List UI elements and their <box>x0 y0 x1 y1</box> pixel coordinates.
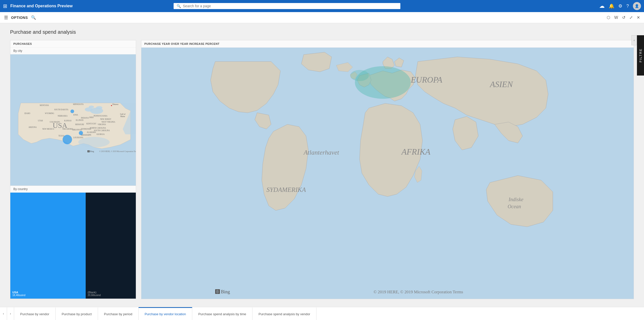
main-content: Purchase and spend analysis PURCHASES By… <box>0 23 644 307</box>
svg-point-42 <box>71 110 74 113</box>
tab-purchase-spend-analysis-by-vendor[interactable]: Purchase spend analysis by vendor <box>252 307 316 320</box>
svg-text:LOUISIANA: LOUISIANA <box>73 137 83 139</box>
cloud-icon: ☁ <box>599 3 605 9</box>
svg-point-49 <box>350 70 369 81</box>
tab-purchase-by-vendor-location[interactable]: Purchase by vendor location <box>139 307 192 320</box>
svg-text:Atlanterhavet: Atlanterhavet <box>303 149 339 156</box>
svg-text:INDIANA: INDIANA <box>81 117 89 119</box>
svg-text:MISSOURI: MISSOURI <box>75 124 84 126</box>
top-navigation: ⊞ Finance and Operations Preview 🔍 ☁ 🔔 ⚙… <box>0 0 644 12</box>
svg-text:ASIEN: ASIEN <box>490 80 513 89</box>
svg-point-39 <box>111 105 112 106</box>
bottom-tabs: ‹ › Purchase by vendor Purchase by produ… <box>0 307 644 320</box>
svg-point-43 <box>79 131 83 135</box>
page-title: Purchase and spend analysis <box>10 29 634 35</box>
svg-text:NORTH CAROLINA: NORTH CAROLINA <box>90 127 106 129</box>
svg-text:MISSISSIPPI: MISSISSIPPI <box>81 134 91 136</box>
search-input[interactable] <box>183 4 397 8</box>
tab-purchase-by-vendor[interactable]: Purchase by vendor <box>14 307 56 320</box>
svg-text:SYDAMERIKA: SYDAMERIKA <box>266 186 306 193</box>
analytics-icon[interactable]: ⬡ <box>607 15 610 20</box>
treemap-blank[interactable]: (Blank) 20,66tusind <box>86 193 136 299</box>
svg-text:MINNESOTA: MINNESOTA <box>73 103 84 105</box>
help-icon[interactable]: ? <box>626 4 629 9</box>
svg-text:Maine: Maine <box>120 116 125 118</box>
grid-icon[interactable]: ⊞ <box>3 3 7 9</box>
tab-nav-prev[interactable]: ‹ <box>0 307 7 320</box>
svg-text:SOUTH CAROLINA: SOUTH CAROLINA <box>94 130 110 132</box>
svg-text:© 2019 HERE, © 2019 Microsoft : © 2019 HERE, © 2019 Microsoft Corporatio… <box>99 151 136 153</box>
gear-icon[interactable]: ⚙ <box>618 3 622 9</box>
treemap-usa-label: USA <box>12 291 84 294</box>
svg-text:Ocean: Ocean <box>508 204 521 209</box>
svg-text:IDAHO: IDAHO <box>24 113 30 115</box>
panels-row: PURCHASES By city <box>10 40 634 299</box>
svg-text:© 2019 HERE, © 2019 Microsoft : © 2019 HERE, © 2019 Microsoft Corporatio… <box>374 290 463 294</box>
usa-map-area[interactable]: MONTANA MINNESOTA SOUTH DAKOTA WYOMING I… <box>10 54 136 186</box>
svg-text:ILLINOIS: ILLINOIS <box>76 119 84 121</box>
filter-panel[interactable]: FILTRE <box>637 35 644 76</box>
tab-purchase-spend-analysis-by-time[interactable]: Purchase spend analysis by time <box>192 307 252 320</box>
tab-nav-next[interactable]: › <box>7 307 14 320</box>
svg-text:Gulf of: Gulf of <box>120 113 126 115</box>
svg-text:SOUTH DAKOTA: SOUTH DAKOTA <box>54 109 69 111</box>
svg-text:ALABAMA: ALABAMA <box>87 131 96 133</box>
treemap-blank-label: (Blank) <box>88 291 134 294</box>
tab-purchase-by-period[interactable]: Purchase by period <box>98 307 139 320</box>
svg-text:NEW JERSEY: NEW JERSEY <box>100 118 112 120</box>
svg-text:AFRIKA: AFRIKA <box>401 147 430 156</box>
purchases-panel-header: PURCHASES <box>10 40 136 48</box>
search-icon: 🔍 <box>177 4 181 8</box>
expand-icon[interactable]: ⤢ <box>629 15 633 20</box>
purchase-yoy-panel: PURCHASE YEAR OVER YEAR INCREASE PERCENT <box>141 40 634 299</box>
close-icon[interactable]: ✕ <box>637 15 640 20</box>
treemap-usa[interactable]: USA 18,46tusind <box>10 193 86 299</box>
second-toolbar: ☰ OPTIONS 🔍 ⬡ W ↺ ⤢ ✕ <box>0 12 644 23</box>
svg-text:ARIZONA: ARIZONA <box>28 126 37 128</box>
svg-text:KENTUCKY: KENTUCKY <box>86 123 97 125</box>
svg-text:Ottawa: Ottawa <box>112 103 118 105</box>
bell-icon[interactable]: 🔔 <box>609 3 614 9</box>
svg-text:🅱 Bing: 🅱 Bing <box>87 150 94 153</box>
refresh-icon[interactable]: ↺ <box>622 15 625 20</box>
treemap-area[interactable]: USA 18,46tusind (Blank) 20,66tusind <box>10 193 136 299</box>
svg-text:WYOMING: WYOMING <box>45 113 54 115</box>
by-country-section: By country USA 18,46tusind (Blank) 20,66… <box>10 186 136 299</box>
treemap-blank-value: 20,66tusind <box>88 294 134 297</box>
svg-point-4 <box>89 105 94 108</box>
svg-point-3 <box>96 106 102 109</box>
svg-text:OHIO: OHIO <box>89 117 94 119</box>
toolbar-right-icons: ⬡ W ↺ ⤢ ✕ <box>607 15 640 20</box>
svg-text:NEBRASKA: NEBRASKA <box>58 115 68 117</box>
svg-text:EUROPA: EUROPA <box>410 75 442 84</box>
purchases-panel: PURCHASES By city <box>10 40 136 299</box>
svg-text:🅱 Bing: 🅱 Bing <box>215 289 230 294</box>
svg-text:MONTANA: MONTANA <box>40 104 49 106</box>
top-nav-right-icons: ☁ 🔔 ⚙ ? 👤 <box>599 2 641 10</box>
svg-text:ARKANSAS: ARKANSAS <box>72 129 82 131</box>
by-city-label: By city <box>10 48 136 54</box>
by-city-section: By city <box>10 48 136 186</box>
by-country-label: By country <box>10 186 136 193</box>
search-bar[interactable]: 🔍 <box>174 3 400 9</box>
svg-text:UTAH: UTAH <box>38 120 43 122</box>
treemap-usa-value: 18,46tusind <box>12 294 84 297</box>
hamburger-icon[interactable]: ☰ <box>4 15 8 20</box>
avatar[interactable]: 👤 <box>633 2 641 10</box>
world-map-area[interactable]: EUROPA ASIEN Atlanterhavet AFRIKA SYDAME… <box>141 48 634 299</box>
app-title: Finance and Operations Preview <box>10 4 73 8</box>
svg-point-44 <box>63 135 72 144</box>
tab-purchase-by-product[interactable]: Purchase by product <box>56 307 98 320</box>
word-icon[interactable]: W <box>614 15 618 20</box>
svg-text:VIRGINIA: VIRGINIA <box>98 124 106 126</box>
filter-chevron[interactable]: ‹ <box>631 35 637 45</box>
toolbar-search-icon[interactable]: 🔍 <box>31 15 36 20</box>
options-label: OPTIONS <box>11 16 28 20</box>
svg-text:PENNSYLVANIA: PENNSYLVANIA <box>94 115 108 117</box>
svg-text:GEORGIA: GEORGIA <box>96 133 105 135</box>
svg-text:Indiske: Indiske <box>508 197 524 202</box>
svg-text:IOWA: IOWA <box>73 114 78 116</box>
purchase-yoy-header: PURCHASE YEAR OVER YEAR INCREASE PERCENT <box>141 40 634 48</box>
svg-text:NEW MEXICO: NEW MEXICO <box>42 128 54 130</box>
svg-text:WEST VIRGINIA: WEST VIRGINIA <box>102 121 115 123</box>
